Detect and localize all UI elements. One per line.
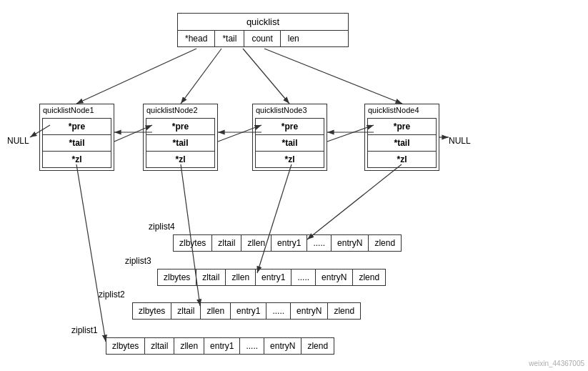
ziplist2-row: zlbytes zltail zllen entry1 ..... entryN… [132, 302, 361, 320]
quicklist-box: quicklist *head *tail count len [177, 13, 349, 47]
node3-pre: *pre [256, 119, 324, 135]
node2-box: quicklistNode2 *pre *tail *zl [143, 104, 218, 171]
zl3-zlbytes: zlbytes [158, 269, 196, 285]
ziplist3-row: zlbytes zltail zllen entry1 ..... entryN… [157, 269, 386, 286]
node3-zl: *zl [256, 152, 324, 167]
zl4-zllen: zllen [241, 235, 271, 251]
zl2-zltail: zltail [171, 303, 201, 319]
node3-box: quicklistNode3 *pre *tail *zl [252, 104, 327, 171]
node2-zl: *zl [146, 152, 214, 167]
zl3-zllen: zllen [226, 269, 256, 285]
node1-zl: *zl [43, 152, 111, 167]
zl3-entry1: entry1 [256, 269, 291, 285]
zl1-zlend: zlend [302, 338, 334, 354]
ziplist2-label: ziplist2 [99, 290, 125, 300]
node1-inner: *pre *tail *zl [42, 118, 111, 168]
zl3-entryN: entryN [316, 269, 353, 285]
node2-pre: *pre [146, 119, 214, 135]
field-len: len [281, 31, 307, 46]
node2-title: quicklistNode2 [144, 104, 217, 116]
field-head: *head [178, 31, 215, 46]
node3-tail: *tail [256, 135, 324, 152]
ziplist1-label: ziplist1 [71, 325, 98, 335]
ziplist3-label: ziplist3 [125, 256, 151, 266]
zl3-dots: ..... [291, 269, 316, 285]
diagram: quicklist *head *tail count len quicklis… [0, 0, 588, 371]
null-left: NULL [7, 136, 29, 146]
zl2-zllen: zllen [201, 303, 231, 319]
svg-line-14 [307, 164, 402, 239]
zl4-entry1: entry1 [271, 235, 307, 251]
node4-box: quicklistNode4 *pre *tail *zl [364, 104, 439, 171]
zl2-entryN: entryN [291, 303, 328, 319]
node1-box: quicklistNode1 *pre *tail *zl [39, 104, 114, 171]
node2-inner: *pre *tail *zl [146, 118, 215, 168]
svg-line-5 [243, 49, 289, 104]
node4-tail: *tail [368, 135, 436, 152]
node1-pre: *pre [43, 119, 111, 135]
null-right: NULL [449, 136, 471, 146]
zl3-zlend: zlend [353, 269, 385, 285]
node4-zl: *zl [368, 152, 436, 167]
zl2-zlend: zlend [328, 303, 360, 319]
zl1-entry1: entry1 [204, 338, 240, 354]
zl4-entryN: entryN [332, 235, 369, 251]
node4-inner: *pre *tail *zl [367, 118, 437, 168]
svg-line-4 [181, 49, 221, 104]
zl2-dots: ..... [266, 303, 291, 319]
node1-tail: *tail [43, 135, 111, 152]
node2-tail: *tail [146, 135, 214, 152]
quicklist-title: quicklist [178, 14, 348, 31]
node3-inner: *pre *tail *zl [255, 118, 324, 168]
zl3-zltail: zltail [196, 269, 226, 285]
zl1-dots: ..... [240, 338, 264, 354]
ziplist4-row: zlbytes zltail zllen entry1 ..... entryN… [173, 234, 402, 252]
svg-line-15 [257, 164, 291, 273]
zl1-zllen: zllen [174, 338, 204, 354]
quicklist-fields: *head *tail count len [178, 31, 348, 46]
svg-line-2 [76, 49, 196, 104]
field-tail: *tail [215, 31, 244, 46]
svg-line-3 [264, 49, 402, 104]
field-count: count [244, 31, 280, 46]
zl1-zltail: zltail [145, 338, 174, 354]
zl1-zlbytes: zlbytes [106, 338, 145, 354]
node4-pre: *pre [368, 119, 436, 135]
ziplist4-label: ziplist4 [149, 222, 175, 232]
zl4-zlbytes: zlbytes [174, 235, 212, 251]
ziplist1-row: zlbytes zltail zllen entry1 ..... entryN… [106, 337, 334, 355]
zl2-zlbytes: zlbytes [133, 303, 171, 319]
node4-title: quicklistNode4 [365, 104, 439, 116]
zl4-zlend: zlend [369, 235, 401, 251]
zl4-zltail: zltail [212, 235, 241, 251]
svg-line-17 [76, 164, 106, 342]
node3-title: quicklistNode3 [253, 104, 327, 116]
node1-title: quicklistNode1 [40, 104, 114, 116]
zl1-entryN: entryN [264, 338, 302, 354]
zl4-dots: ..... [307, 235, 332, 251]
watermark: weixin_44367005 [529, 360, 584, 367]
zl2-entry1: entry1 [231, 303, 266, 319]
